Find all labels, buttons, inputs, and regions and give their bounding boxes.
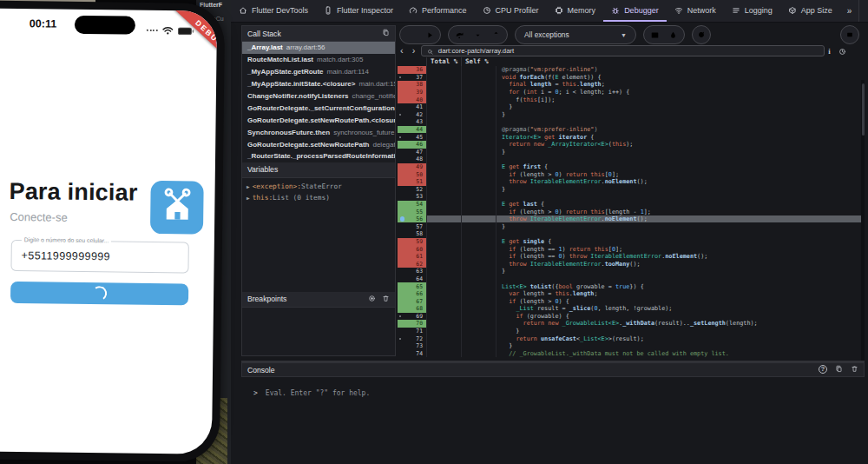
code-line[interactable]: 52} xyxy=(398,186,861,194)
line-number[interactable]: 53 xyxy=(398,193,426,201)
variable-row[interactable]: ▶this: List (0 items) xyxy=(242,192,395,203)
line-number[interactable]: 65 xyxy=(398,282,426,290)
code-line[interactable]: 62 throw IterableElementError.tooMany(); xyxy=(398,260,861,268)
code-scrollbar[interactable] xyxy=(861,80,865,381)
line-number[interactable]: 58 xyxy=(398,230,426,238)
line-number[interactable]: 47 xyxy=(398,149,426,156)
code-line[interactable]: 74 // _GrowableList._withData must not b… xyxy=(398,350,861,358)
console-output[interactable]: >Eval. Enter "?" for help. xyxy=(241,377,865,397)
tab-memory[interactable]: Memory xyxy=(547,0,604,22)
copy-icon[interactable] xyxy=(382,29,390,38)
console-clear-icon[interactable] xyxy=(851,365,858,375)
line-number[interactable]: 39 xyxy=(398,89,426,96)
line-number[interactable]: 67 xyxy=(398,297,426,305)
line-number[interactable]: 56 xyxy=(398,215,426,223)
code-line[interactable]: 57} xyxy=(398,222,861,230)
file-explorer-toggle-icon[interactable] xyxy=(646,27,664,43)
connect-button[interactable] xyxy=(10,282,188,306)
line-number[interactable]: 46 xyxy=(398,141,426,149)
code-line[interactable]: 64 xyxy=(398,275,861,283)
code-line[interactable]: 51 throw IterableElementError.noElement(… xyxy=(398,178,861,186)
phone-number-field[interactable]: Digite o número do seu celular... +55119… xyxy=(10,240,188,274)
code-line[interactable]: 60 if (length == 1) return this[0]; xyxy=(398,245,861,253)
line-number[interactable]: 48 xyxy=(398,156,426,163)
expand-icon[interactable]: ▶ xyxy=(247,195,250,201)
call-stack-frame[interactable]: ChangeNotifier.notifyListenerschange_not… xyxy=(242,90,395,103)
line-number[interactable]: 49 xyxy=(398,163,426,171)
code-line[interactable]: 72 return unsafeCast<_List<E>>(result); xyxy=(398,335,861,342)
line-number[interactable]: 38 xyxy=(398,81,426,89)
line-number[interactable]: 59 xyxy=(398,238,426,246)
line-number[interactable]: 43 xyxy=(398,118,426,126)
code-line[interactable]: 69 if (growable) { xyxy=(398,313,861,321)
code-line[interactable]: 41 } xyxy=(398,103,861,111)
code-line[interactable]: 50 if (length > 0) return this[0]; xyxy=(398,170,861,178)
call-stack-frame[interactable]: SynchronousFuture.thensynchronous_future… xyxy=(242,126,395,138)
tab-cpu-profiler[interactable]: CPU Profiler xyxy=(475,0,547,22)
dock-to-bottom-button[interactable] xyxy=(840,25,859,44)
code-line[interactable]: 55 if (length > 0) return this[length - … xyxy=(398,208,861,215)
code-line[interactable]: 71 } xyxy=(398,328,861,335)
line-number[interactable]: 73 xyxy=(398,342,426,350)
line-number[interactable]: 74 xyxy=(398,350,426,358)
file-search-box[interactable]: dart:core-patch/array.dart xyxy=(421,45,825,56)
code-line[interactable]: 38 final length = this.length; xyxy=(398,81,861,89)
file-history-icon[interactable] xyxy=(838,43,846,59)
line-number[interactable]: 57 xyxy=(398,222,426,230)
line-number[interactable]: 60 xyxy=(398,245,426,253)
line-number[interactable]: 37 xyxy=(398,74,426,82)
line-number[interactable]: 41 xyxy=(398,103,426,111)
call-stack-frame[interactable]: _MyAppState.initState.<closure>main.dart… xyxy=(242,78,395,90)
call-stack-frame[interactable]: RouteMatchList.lastmatch.dart:305 xyxy=(242,54,395,66)
console-copy-icon[interactable] xyxy=(835,365,843,375)
clear-breakpoints-icon[interactable] xyxy=(382,295,390,304)
tab-performance[interactable]: Performance xyxy=(401,0,475,22)
code-line[interactable]: 58 xyxy=(398,230,861,238)
line-number[interactable]: 40 xyxy=(398,96,426,103)
code-line[interactable]: 73 } xyxy=(398,342,861,350)
line-number[interactable]: 63 xyxy=(398,268,426,275)
line-number[interactable]: 50 xyxy=(398,170,426,178)
line-number[interactable]: 61 xyxy=(398,253,426,261)
code-line[interactable]: 67 if (length > 0) { xyxy=(398,297,861,305)
line-number[interactable]: 42 xyxy=(398,111,426,119)
line-number[interactable]: 64 xyxy=(398,275,426,283)
line-number[interactable]: 45 xyxy=(398,133,426,141)
code-line[interactable]: 53 xyxy=(398,193,861,201)
expand-icon[interactable]: ▶ xyxy=(247,183,250,189)
code-line[interactable]: 59E get single { xyxy=(398,238,861,246)
call-stack-frame[interactable]: GoRouterDelegate.setNewRoutePath.<closur… xyxy=(242,114,395,126)
code-line[interactable]: 66 var length = this.length; xyxy=(398,290,861,298)
code-line[interactable]: 47} xyxy=(398,149,861,156)
code-coverage-toggle-icon[interactable] xyxy=(664,27,682,43)
code-line[interactable]: 56 throw IterableElementError.noElement(… xyxy=(398,215,861,223)
line-number[interactable]: 72 xyxy=(398,335,426,342)
tab-debugger[interactable]: Debugger xyxy=(603,0,667,22)
navigate-forward-icon[interactable]: › xyxy=(410,46,418,56)
variable-row[interactable]: ▶<exception>: StateError xyxy=(242,181,395,192)
line-number[interactable]: 71 xyxy=(398,328,426,335)
line-number[interactable]: 36 xyxy=(398,66,426,74)
code-line[interactable]: 40 f(this[i]); xyxy=(398,96,861,103)
code-line[interactable]: 54E get last { xyxy=(398,201,861,209)
tab-flutter-inspector[interactable]: Flutter Inspector xyxy=(316,0,401,22)
line-number[interactable]: 70 xyxy=(398,320,426,328)
break-on-exceptions-toggle-icon[interactable] xyxy=(368,295,376,304)
line-number[interactable]: 44 xyxy=(398,126,426,134)
line-number[interactable]: 52 xyxy=(398,186,426,194)
resume-button[interactable] xyxy=(420,27,438,43)
code-line[interactable]: 39 for (int i = 0; i < length; i++) { xyxy=(398,89,861,96)
code-line[interactable]: 61 if (length == 0) throw IterableElemen… xyxy=(398,253,861,261)
call-stack-frame[interactable]: _Array.lastarray.dart:56 xyxy=(242,42,395,54)
call-stack-frame[interactable]: GoRouterDelegate.setNewRoutePathdelegate… xyxy=(242,138,395,150)
code-line[interactable]: 63} xyxy=(398,268,861,275)
code-line[interactable]: 42} xyxy=(398,111,861,119)
code-line[interactable]: 68 _List result = _slice(0, length, !gro… xyxy=(398,305,861,313)
pause-button[interactable] xyxy=(402,27,420,43)
code-line[interactable]: 37void forEach(f(E element)) { xyxy=(398,74,861,82)
code-line[interactable]: 49E get first { xyxy=(398,163,861,171)
tab-network[interactable]: Network xyxy=(667,0,724,22)
code-line[interactable]: 48 xyxy=(398,156,861,163)
tab-flutter-devtools[interactable]: Flutter DevTools xyxy=(231,0,316,22)
tab-logging[interactable]: Logging xyxy=(724,0,780,22)
